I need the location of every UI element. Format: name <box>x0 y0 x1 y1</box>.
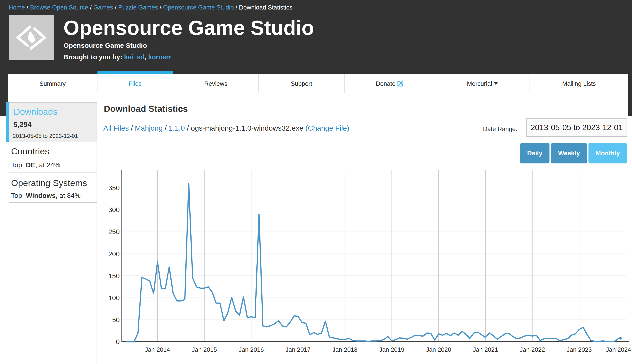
svg-text:Jan 2022: Jan 2022 <box>520 346 545 353</box>
svg-text:350: 350 <box>108 184 120 192</box>
svg-text:Jan 2020: Jan 2020 <box>426 346 451 353</box>
svg-text:Jan 2016: Jan 2016 <box>239 346 264 353</box>
svg-text:Jan 2023: Jan 2023 <box>566 346 592 353</box>
svg-text:Jan 2017: Jan 2017 <box>285 346 311 353</box>
svg-text:100: 100 <box>108 294 120 302</box>
svg-text:Jan 2019: Jan 2019 <box>379 346 404 353</box>
svg-text:Jan 2018: Jan 2018 <box>332 346 357 353</box>
svg-text:250: 250 <box>108 228 120 236</box>
svg-text:150: 150 <box>108 272 120 280</box>
svg-text:Jan 2021: Jan 2021 <box>473 346 498 353</box>
svg-text:300: 300 <box>108 206 120 214</box>
svg-text:Jan 2024: Jan 2024 <box>606 346 631 353</box>
svg-text:50: 50 <box>112 316 120 324</box>
svg-text:Jan 2014: Jan 2014 <box>145 346 170 353</box>
svg-text:200: 200 <box>108 250 120 258</box>
svg-text:0: 0 <box>116 338 120 346</box>
svg-text:Jan 2015: Jan 2015 <box>192 346 217 353</box>
